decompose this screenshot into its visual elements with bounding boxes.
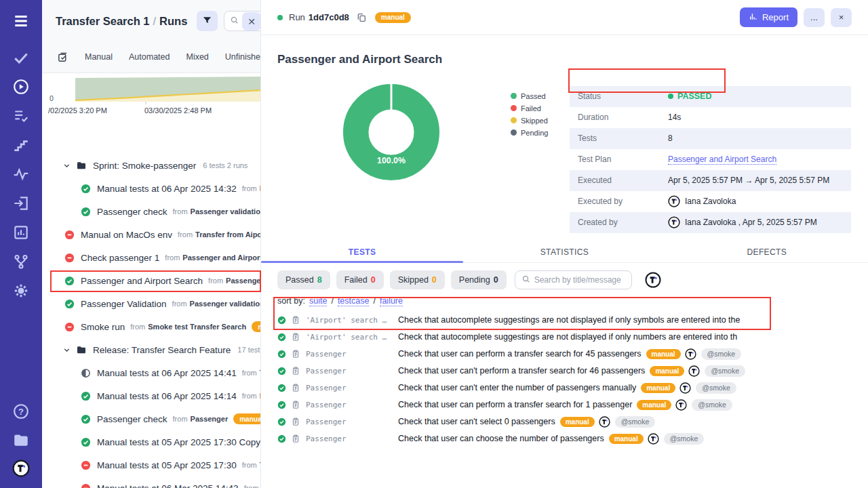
tree-run-row[interactable]: Smoke runfromSmoke test Transfer Searchm…	[42, 315, 260, 338]
tree-folder-row[interactable]: Sprint: Smoke-passenger6 tests 2 runs	[42, 154, 260, 177]
test-row[interactable]: PassengerCheck that user can choose the …	[261, 430, 868, 447]
tree-run-row[interactable]: Passenger checkfromPassengermanual6	[42, 407, 260, 430]
test-plan-link[interactable]: Passenger and Airport Search	[668, 155, 776, 165]
breadcrumb-page: Runs	[159, 15, 187, 27]
x-axis-label-1: /02/2025 3:20 PM	[48, 106, 107, 115]
filter-count: 0	[432, 275, 437, 285]
failed-status-icon	[64, 322, 75, 332]
tree-run-row[interactable]: Manual tests at 06 Mar 2025 14:43from	[42, 476, 260, 488]
report-button[interactable]: Report	[740, 7, 797, 27]
tree-run-row[interactable]: Manual tests at 06 Apr 2025 14:32fromPas…	[42, 177, 260, 200]
bar-chart-icon	[749, 12, 757, 23]
checklist-icon[interactable]	[12, 107, 30, 125]
tree-item-label: Release: Transfer Search Feature	[93, 345, 231, 355]
import-icon[interactable]	[12, 195, 30, 212]
tree-run-row[interactable]: Manual tests at 06 Apr 2025 14:41fromTra…	[42, 361, 260, 384]
legend-dot	[511, 129, 517, 136]
clipboard-icon	[291, 332, 300, 342]
check-icon[interactable]	[12, 49, 30, 66]
tree-run-row[interactable]: Passenger checkfromPassenger validationm…	[42, 200, 260, 223]
summary-value: 14s	[668, 113, 681, 122]
tree-run-row[interactable]: Passenger and Airport SearchfromPassenge…	[42, 269, 260, 292]
from-label: from	[130, 323, 145, 331]
filter-skipped-button[interactable]: Skipped0	[390, 270, 445, 289]
test-title: Check that user can perform a transfer s…	[398, 400, 632, 409]
chevron-down-icon[interactable]	[62, 161, 71, 170]
tree-run-row[interactable]: Check passenger 1fromPassenger and Airpo…	[42, 246, 260, 269]
from-suite-name: Pass	[260, 392, 260, 400]
panel-header: Transfer Search 1/Runs ✕	[42, 0, 260, 42]
tab-tests[interactable]: TESTS	[261, 245, 463, 262]
assignee-avatar	[675, 399, 687, 411]
passed-status-icon	[277, 434, 286, 443]
passed-status-icon	[64, 276, 75, 286]
test-row[interactable]: PassengerCheck that user can't enter the…	[261, 380, 868, 396]
clipboard-icon	[291, 417, 300, 426]
testomat-logo-icon[interactable]	[12, 460, 30, 477]
filter-failed-button[interactable]: Failed0	[336, 270, 384, 289]
panel-tab-manual[interactable]: Manual	[85, 52, 113, 62]
chevron-down-icon[interactable]	[62, 346, 71, 354]
tree-run-row[interactable]: Passenger ValidationfromPassenger valida…	[42, 292, 260, 315]
summary-value: PASSED	[668, 92, 711, 101]
test-row[interactable]: PassengerCheck that user can't perform a…	[261, 363, 868, 380]
filter-passed-button[interactable]: Passed8	[277, 270, 330, 289]
tree-run-row[interactable]: Manual tests at 06 Apr 2025 14:14fromPas…	[42, 384, 260, 407]
result-filters: Search by title/message Passed8Failed0Sk…	[261, 270, 868, 289]
test-row[interactable]: PassengerCheck that user can perform a t…	[261, 396, 868, 413]
summary-value[interactable]: Passenger and Airport Search	[668, 155, 776, 165]
smoke-tag: @smoke	[705, 365, 745, 377]
activity-icon[interactable]	[12, 165, 30, 183]
settings-icon[interactable]	[12, 282, 30, 300]
panel-tab-mixed[interactable]: Mixed	[186, 52, 208, 62]
tests-search-input[interactable]: Search by title/message	[515, 270, 632, 289]
tree-folder-row[interactable]: Release: Transfer Search Feature17 tests…	[42, 338, 260, 361]
from-label: from	[242, 461, 257, 469]
test-row[interactable]: 'Airport' search …Check that autocomplet…	[261, 329, 868, 346]
test-row[interactable]: 'Airport' search …Check that autocomplet…	[261, 312, 868, 329]
sort-link-suite[interactable]: suite	[309, 296, 327, 306]
from-label: from	[242, 184, 257, 192]
close-run-button[interactable]: ×	[831, 8, 852, 27]
projects-icon[interactable]	[12, 431, 30, 449]
clipboard-icon	[291, 349, 300, 359]
tree-run-row[interactable]: Manual tests at 05 Apr 2025 17:30fromTra…	[42, 453, 260, 476]
passed-status-icon	[81, 184, 91, 194]
test-suite-name: Passenger	[306, 350, 395, 359]
select-all-icon[interactable]	[57, 52, 68, 63]
help-icon[interactable]: ?	[12, 403, 30, 420]
test-suite-name: Passenger	[306, 384, 395, 392]
branches-icon[interactable]	[12, 253, 30, 270]
steps-icon[interactable]	[12, 136, 30, 154]
sort-link-failure[interactable]: failure	[380, 296, 403, 306]
results-donut-chart[interactable]: 100.0%	[341, 82, 441, 182]
summary-row-executed: ExecutedApr 5, 2025 5:57 PM → Apr 5, 202…	[570, 170, 851, 191]
tree-item-label: Sprint: Smoke-passenger	[93, 161, 196, 171]
reports-icon[interactable]	[12, 224, 30, 241]
test-row[interactable]: PassengerCheck that user can perform a t…	[261, 346, 868, 363]
test-row[interactable]: PassengerCheck that user can't select 0 …	[261, 413, 868, 430]
tab-defects[interactable]: DEFECTS	[666, 245, 868, 262]
filter-count: 8	[317, 275, 322, 285]
tree-run-row[interactable]: Manual on MacOs envfromTransfer from Aip…	[42, 223, 260, 246]
from-label: from	[172, 300, 187, 308]
search-close-button[interactable]: ✕	[242, 12, 261, 30]
copy-icon[interactable]	[356, 12, 367, 23]
menu-icon[interactable]	[12, 12, 30, 30]
filter-pending-button[interactable]: Pending0	[451, 270, 507, 289]
breadcrumb-project[interactable]: Transfer Search 1	[56, 15, 150, 27]
summary-value: Apr 5, 2025 5:57 PM → Apr 5, 2025 5:57 P…	[668, 176, 829, 185]
runs-trend-chart[interactable]	[75, 76, 261, 104]
test-title: Check that user can choose the number of…	[398, 434, 604, 443]
panel-tab-unfinished[interactable]: Unfinished	[225, 52, 261, 62]
summary-row-test-plan: Test PlanPassenger and Airport Search	[570, 149, 851, 170]
tab-statistics[interactable]: STATISTICS	[463, 245, 665, 262]
tree-item-label: Manual tests at 06 Mar 2025 14:43	[97, 483, 239, 488]
assignee-avatar[interactable]	[645, 272, 661, 288]
more-button[interactable]: ...	[804, 8, 825, 27]
sort-link-testcase[interactable]: testcase	[338, 296, 370, 306]
panel-tab-automated[interactable]: Automated	[129, 52, 170, 62]
tree-run-row[interactable]: Manual tests at 05 Apr 2025 17:30 Copyfr…	[42, 430, 260, 453]
filter-button[interactable]	[197, 11, 218, 31]
play-circle-icon[interactable]	[12, 78, 30, 96]
